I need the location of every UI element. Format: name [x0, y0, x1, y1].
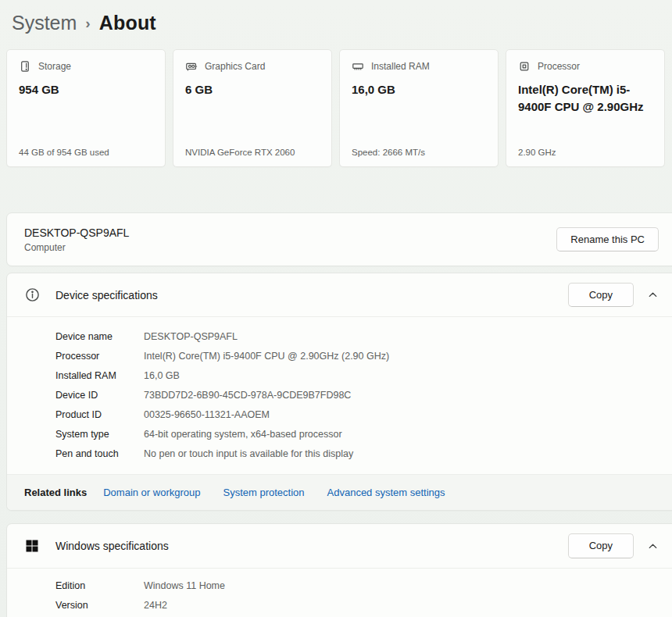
- copy-windows-specs-button[interactable]: Copy: [568, 533, 634, 558]
- detail-row-device-id: Device ID 73BDD7D2-6B90-45CD-978A-9CDE9B…: [7, 386, 672, 405]
- processor-card: Processor Intel(R) Core(TM) i5-9400F CPU…: [506, 49, 665, 167]
- chevron-up-icon[interactable]: [647, 289, 659, 301]
- related-links-row: Related links Domain or workgroup System…: [7, 474, 672, 510]
- ram-icon: [352, 60, 364, 73]
- windows-specs-details: Edition Windows 11 Home Version 24H2: [7, 568, 672, 617]
- storage-card: Storage 954 GB 44 GB of 954 GB used: [6, 49, 166, 167]
- chevron-up-icon[interactable]: [647, 540, 659, 552]
- section-title: Windows specifications: [55, 540, 169, 552]
- stat-detail: Speed: 2666 MT/s: [352, 148, 486, 157]
- processor-icon: [518, 60, 531, 73]
- windows-logo-icon: [26, 540, 38, 552]
- stat-value: 954 GB: [19, 81, 153, 98]
- stat-value: Intel(R) Core(TM) i5-9400F CPU @ 2.90GHz: [518, 81, 652, 116]
- section-title: Device specifications: [55, 289, 158, 301]
- stat-value: 16,0 GB: [352, 81, 486, 98]
- detail-row-version: Version 24H2: [7, 596, 672, 615]
- computer-subtitle: Computer: [24, 242, 129, 253]
- breadcrumb-separator-icon: ›: [85, 15, 90, 32]
- computer-name-card: DESKTOP-QSP9AFL Computer Rename this PC: [6, 212, 672, 266]
- detail-row-device-name: Device name DESKTOP-QSP9AFL: [7, 327, 672, 347]
- stat-detail: 2.90 GHz: [518, 148, 652, 157]
- device-specifications-header[interactable]: Device specifications Copy: [7, 273, 672, 316]
- breadcrumb: System › About: [0, 0, 672, 39]
- storage-icon: [19, 60, 31, 73]
- device-specs-details: Device name DESKTOP-QSP9AFL Processor In…: [7, 316, 672, 474]
- stat-cards-row: Storage 954 GB 44 GB of 954 GB used Grap…: [0, 39, 672, 167]
- stat-label: Installed RAM: [371, 61, 430, 72]
- stat-label: Storage: [38, 61, 71, 72]
- stat-detail: NVIDIA GeForce RTX 2060: [185, 148, 320, 157]
- detail-row-product-id: Product ID 00325-96650-11321-AAOEM: [7, 405, 672, 425]
- link-system-protection[interactable]: System protection: [223, 487, 304, 498]
- stat-label: Processor: [538, 61, 580, 72]
- detail-row-system-type: System type 64-bit operating system, x64…: [7, 425, 672, 444]
- related-links-title: Related links: [24, 487, 87, 498]
- detail-row-pen-and-touch: Pen and touch No pen or touch input is a…: [7, 444, 672, 464]
- graphics-card-card: Graphics Card 6 GB NVIDIA GeForce RTX 20…: [173, 49, 332, 167]
- graphics-card-icon: [185, 60, 198, 73]
- computer-name: DESKTOP-QSP9AFL: [24, 226, 129, 239]
- page-title: About: [99, 12, 156, 34]
- stat-value: 6 GB: [185, 81, 320, 98]
- detail-row-edition: Edition Windows 11 Home: [7, 576, 672, 596]
- info-icon: [25, 287, 40, 302]
- link-domain-or-workgroup[interactable]: Domain or workgroup: [103, 487, 200, 498]
- stat-detail: 44 GB of 954 GB used: [19, 148, 153, 157]
- breadcrumb-system[interactable]: System: [12, 12, 77, 34]
- windows-specifications-header[interactable]: Windows specifications Copy: [7, 524, 672, 568]
- detail-row-installed-ram: Installed RAM 16,0 GB: [7, 366, 672, 386]
- link-advanced-system-settings[interactable]: Advanced system settings: [327, 487, 445, 498]
- installed-ram-card: Installed RAM 16,0 GB Speed: 2666 MT/s: [339, 49, 499, 167]
- device-specifications-section: Device specifications Copy Device name D…: [6, 273, 672, 511]
- windows-specifications-section: Windows specifications Copy Edition Wind…: [6, 523, 672, 617]
- detail-row-processor: Processor Intel(R) Core(TM) i5-9400F CPU…: [7, 347, 672, 366]
- stat-label: Graphics Card: [205, 61, 265, 72]
- rename-pc-button[interactable]: Rename this PC: [556, 227, 659, 252]
- copy-device-specs-button[interactable]: Copy: [568, 283, 634, 308]
